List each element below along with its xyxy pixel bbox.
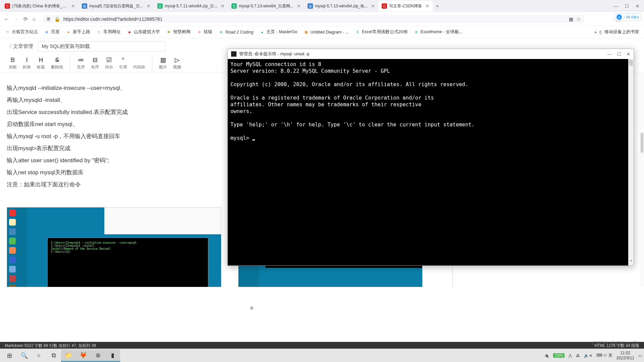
- close-icon[interactable]: ✕: [71, 3, 75, 9]
- window-min[interactable]: —: [614, 4, 618, 9]
- nav-home[interactable]: ⌂: [33, 16, 36, 22]
- window-controls: — ☐ ✕: [614, 4, 643, 9]
- wifi-icon[interactable]: ⋀: [569, 353, 572, 358]
- back-to-manage[interactable]: 〈 文章管理: [7, 43, 33, 50]
- bookmark-item[interactable]: ◆山东建筑大学: [127, 29, 160, 35]
- volume-icon[interactable]: 🔈✕: [584, 353, 592, 358]
- terminal-scrollbar[interactable]: ▾: [628, 59, 634, 265]
- bookmark-item[interactable]: ✽智慧树网: [166, 29, 191, 35]
- toolbar-引用[interactable]: “引用: [118, 56, 128, 72]
- terminal-max[interactable]: ☐: [617, 52, 621, 57]
- terminal-icon: [231, 51, 236, 57]
- system-tray: 🔌 100% ⋀ 🖧 🔈✕ ⌨ ㅁ 英 11:02 2022/3/11 ▭: [544, 351, 642, 360]
- browser-tab[interactable]: C(75条消息) China 丰的博客_C...✕: [1, 1, 78, 11]
- network-icon[interactable]: 🖧: [576, 353, 580, 358]
- bookmark-star-icon[interactable]: ☆: [577, 16, 581, 22]
- address-bar[interactable]: ⛨ 🔒 https://editor.csdn.net/md/?articleI…: [43, 15, 584, 23]
- bookmark-item[interactable]: XExcel常用函数公式20例: [355, 29, 407, 35]
- windows-taskbar: ⊞🔍○⧉📁🦊⊛▮ 🔌 100% ⋀ 🖧 🔈✕ ⌨ ㅁ 英 11:02 2022/…: [0, 349, 644, 362]
- toolbar-斜体[interactable]: I斜体: [21, 56, 32, 72]
- bookmarks-bar: □火狐官方站点⊛百度●新手上路□常用网址◆山东建筑大学✽智慧树网♾炫猿⊕Road…: [0, 26, 644, 38]
- editor-status-bar: Markdown 5322 字数 68 行数 当前行 47, 当前列 39 HT…: [0, 342, 644, 349]
- bookmarks-overflow[interactable]: »: [594, 30, 597, 35]
- taskbar-item[interactable]: ○: [32, 350, 46, 362]
- bookmark-item[interactable]: ♾炫猿: [197, 29, 212, 35]
- taskbar-item[interactable]: ▮: [105, 350, 120, 362]
- window-max[interactable]: ☐: [625, 4, 629, 9]
- nav-reload[interactable]: ⟳: [23, 16, 28, 22]
- url-text: https://editor.csdn.net/md/?articleId=11…: [63, 16, 162, 22]
- watermark: CSDN @China 丰: [592, 340, 638, 347]
- close-icon[interactable]: ✕: [147, 3, 151, 9]
- bookmark-item[interactable]: ▦Untitled Diagram - ...: [303, 29, 349, 35]
- tray-time: 11:02: [616, 351, 634, 355]
- taskbar-item[interactable]: 🦊: [76, 350, 91, 362]
- taskbar-item[interactable]: ⊛: [91, 350, 105, 362]
- browser-tab[interactable]: C写文章-CSDN博客✕: [378, 1, 433, 11]
- shield-icon: ⛨: [46, 16, 51, 22]
- editor-scrollbar[interactable]: [640, 72, 644, 287]
- bookmark-item[interactable]: ⊛百度: [44, 29, 60, 35]
- taskbar-item[interactable]: 🔍: [17, 350, 32, 362]
- browser-tab[interactable]: Qmysql-5.7.13-winx64_百度网...✕: [228, 1, 304, 11]
- taskbar-item[interactable]: 📁: [61, 350, 76, 362]
- window-close[interactable]: ✕: [636, 4, 639, 9]
- battery-percent: 100%: [553, 353, 565, 358]
- browser-tab[interactable]: ⊞mysql5.7压缩包百度网盘_百...✕: [78, 1, 154, 11]
- bookmark-item[interactable]: □火狐官方站点: [5, 29, 38, 35]
- nav-back[interactable]: ←: [4, 16, 9, 22]
- mobile-bookmarks[interactable]: 移动设备上的书签: [604, 29, 639, 35]
- lock-icon: 🔒: [54, 16, 60, 22]
- terminal-titlebar[interactable]: 管理员: 命令提示符 - mysql -uroot -p — ☐ ✕: [228, 49, 634, 59]
- taskbar-item[interactable]: ⧉: [46, 350, 61, 362]
- bookmark-item[interactable]: ●新手上路: [66, 29, 90, 35]
- article-title-input[interactable]: [38, 41, 165, 52]
- terminal-min[interactable]: —: [607, 52, 612, 57]
- cloud-icon: ∞: [616, 14, 622, 20]
- bookmark-item[interactable]: ⊚ExcelHome - 全球极...: [414, 29, 462, 35]
- url-bar-row: ← → ⟳ ⌂ ⛨ 🔒 https://editor.csdn.net/md/?…: [0, 12, 644, 26]
- browser-tab[interactable]: Qmysql-5.7.11-winx64.zip_百...✕: [154, 1, 228, 11]
- close-icon[interactable]: ✕: [297, 3, 301, 9]
- terminal-window: 管理员: 命令提示符 - mysql -uroot -p — ☐ ✕ Your …: [227, 49, 634, 266]
- close-icon[interactable]: ✕: [425, 3, 429, 9]
- terminal-close[interactable]: ✕: [627, 52, 630, 57]
- newtab-button[interactable]: ＋: [435, 3, 440, 10]
- close-icon[interactable]: ✕: [221, 3, 225, 9]
- embedded-screenshot-1: C:\Users\12>mysqld --initialize-insecure…: [7, 207, 221, 287]
- toolbar-无序[interactable]: ≔无序: [75, 56, 86, 72]
- browser-tabstrip: C(75条消息) China 丰的博客_C...✕⊞mysql5.7压缩包百度网…: [0, 0, 644, 12]
- battery-icon: 🔌: [544, 353, 549, 358]
- bookmark-item[interactable]: ▲主页 - MasterGo: [259, 29, 297, 35]
- toolbar-待办[interactable]: ☑待办: [104, 56, 114, 72]
- toolbar-图片[interactable]: ▧图片: [158, 56, 168, 72]
- status-left: Markdown 5322 字数 68 行数 当前行 47, 当前列 39: [5, 343, 96, 349]
- toolbar-标题[interactable]: H标题: [36, 56, 46, 72]
- toolbar-删除线[interactable]: S̶删除线: [50, 56, 64, 72]
- terminal-title: 管理员: 命令提示符 - mysql -uroot -p: [239, 51, 309, 57]
- toolbar-加粗[interactable]: B加粗: [7, 56, 18, 72]
- nav-forward[interactable]: →: [14, 16, 19, 22]
- toolbar-视频[interactable]: ▷视频: [172, 56, 182, 72]
- netspeed-badge: ∞ ↓ 96 KB/s: [614, 13, 641, 21]
- ime-indicator[interactable]: ⌨ ㅁ 英: [596, 353, 612, 358]
- tray-date: 2022/3/11: [616, 356, 634, 360]
- toolbar-代码块[interactable]: 代码块: [132, 56, 147, 72]
- taskbar-item[interactable]: ⊞: [2, 350, 17, 362]
- resize-handle-icon[interactable]: ⊕: [248, 305, 255, 312]
- terminal-body[interactable]: Your MySQL connection id is 8 Server ver…: [228, 59, 634, 143]
- bookmark-item[interactable]: □常用网址: [96, 29, 121, 35]
- toolbar-有序[interactable]: ⊟有序: [90, 56, 100, 72]
- qr-icon[interactable]: ▦: [569, 16, 573, 22]
- browser-tab[interactable]: ⊞mysql-5.7.13-winx64.zip_免...✕: [304, 1, 378, 11]
- notification-icon[interactable]: ▭: [638, 353, 642, 358]
- bookmark-item[interactable]: ⊕Road 2 Coding: [218, 29, 253, 35]
- close-icon[interactable]: ✕: [371, 3, 375, 9]
